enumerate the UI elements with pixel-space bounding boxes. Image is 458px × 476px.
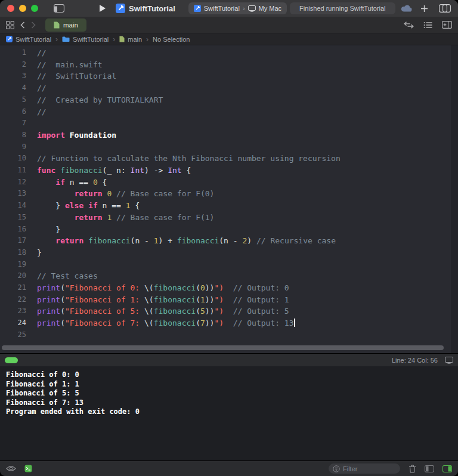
code-text: // bbox=[37, 82, 47, 94]
code-text: } bbox=[37, 224, 60, 236]
line-number[interactable]: 25 bbox=[0, 329, 26, 341]
breadcrumb-item-project[interactable]: SwiftTutorial bbox=[16, 36, 51, 43]
horizontal-scrollbar-thumb[interactable] bbox=[2, 345, 444, 350]
titlebar: SwiftTutorial SwiftTutorial › My Mac Fin… bbox=[0, 0, 458, 17]
breadcrumb-item-group[interactable]: SwiftTutorial bbox=[73, 36, 109, 43]
line-number[interactable]: 24 bbox=[0, 317, 26, 329]
code-line[interactable]: 3// SwiftTutorial bbox=[0, 70, 458, 82]
code-line[interactable]: 9 bbox=[0, 141, 458, 153]
console-output[interactable]: Fibonacci of 0: 0Fibonacci of 1: 1Fibona… bbox=[0, 366, 458, 460]
code-editor[interactable]: 1//2// main.swift3// SwiftTutorial4//5//… bbox=[0, 45, 458, 353]
navigator-toggle-icon[interactable] bbox=[54, 4, 64, 13]
activity-status[interactable]: Finished running SwiftTutorial bbox=[290, 2, 395, 14]
tab-label: main bbox=[63, 21, 78, 29]
window-title: SwiftTutorial bbox=[129, 4, 175, 13]
add-editor-icon[interactable] bbox=[442, 21, 452, 29]
line-number[interactable]: 20 bbox=[0, 270, 26, 282]
code-line[interactable]: 15 return 1 // Base case for F(1) bbox=[0, 212, 458, 224]
code-line[interactable]: 19 bbox=[0, 259, 458, 271]
run-success-indicator bbox=[5, 357, 18, 363]
tab-overview-icon[interactable] bbox=[6, 21, 14, 29]
tab-main[interactable]: main bbox=[45, 18, 86, 32]
filter-icon bbox=[333, 465, 340, 472]
code-line[interactable]: 7 bbox=[0, 118, 458, 129]
eye-icon[interactable] bbox=[6, 465, 16, 472]
line-number[interactable]: 19 bbox=[0, 259, 26, 271]
debug-console-icon[interactable] bbox=[24, 465, 32, 472]
monitor-icon bbox=[248, 5, 256, 12]
text-cursor bbox=[294, 319, 295, 327]
minimize-icon[interactable] bbox=[19, 5, 26, 12]
code-line[interactable]: 23print("Fibonacci of 5: \(fibonacci(5))… bbox=[0, 305, 458, 317]
console-pane-icon[interactable] bbox=[442, 465, 452, 472]
trash-icon[interactable] bbox=[409, 465, 416, 473]
run-button[interactable] bbox=[99, 4, 106, 13]
code-line[interactable]: 12 if n == 0 { bbox=[0, 177, 458, 188]
zoom-icon[interactable] bbox=[31, 5, 38, 12]
line-number[interactable]: 15 bbox=[0, 212, 26, 224]
code-line[interactable]: 8import Foundation bbox=[0, 129, 458, 141]
line-number[interactable]: 22 bbox=[0, 294, 26, 306]
code-text: func fibonacci(_ n: Int) -> Int { bbox=[37, 165, 191, 177]
line-number[interactable]: 8 bbox=[0, 129, 26, 141]
code-line[interactable]: 20// Test cases bbox=[0, 270, 458, 282]
code-line[interactable]: 10// Function to calculate the Nth Fibon… bbox=[0, 153, 458, 165]
code-line[interactable]: 24print("Fibonacci of 7: \(fibonacci(7))… bbox=[0, 317, 458, 329]
line-number[interactable]: 2 bbox=[0, 59, 26, 71]
breadcrumb-item-file[interactable]: main bbox=[128, 36, 142, 43]
line-number[interactable]: 12 bbox=[0, 177, 26, 188]
scheme-selector[interactable]: SwiftTutorial › My Mac bbox=[188, 2, 287, 14]
line-number[interactable]: 17 bbox=[0, 235, 26, 247]
line-number[interactable]: 18 bbox=[0, 247, 26, 259]
close-icon[interactable] bbox=[7, 5, 14, 12]
variables-pane-icon[interactable] bbox=[425, 465, 434, 472]
code-text: } bbox=[37, 247, 42, 259]
breadcrumb-item-selection[interactable]: No Selection bbox=[153, 36, 190, 43]
line-number[interactable]: 6 bbox=[0, 106, 26, 118]
code-line[interactable]: 18} bbox=[0, 247, 458, 259]
code-line[interactable]: 25 bbox=[0, 329, 458, 341]
line-number[interactable]: 16 bbox=[0, 224, 26, 236]
scheme-destination-label: My Mac bbox=[259, 5, 282, 12]
console-filter-field[interactable] bbox=[329, 463, 400, 474]
editor-options-icon[interactable] bbox=[423, 21, 432, 29]
console-toolbar bbox=[0, 460, 458, 476]
code-line[interactable]: 22print("Fibonacci of 1: \(fibonacci(1))… bbox=[0, 294, 458, 306]
line-number[interactable]: 3 bbox=[0, 70, 26, 82]
line-number[interactable]: 7 bbox=[0, 118, 26, 129]
line-number[interactable]: 1 bbox=[0, 47, 26, 59]
line-number[interactable]: 9 bbox=[0, 141, 26, 153]
code-line[interactable]: 4// bbox=[0, 82, 458, 94]
code-line[interactable]: 6// bbox=[0, 106, 458, 118]
line-number[interactable]: 11 bbox=[0, 165, 26, 177]
line-number[interactable]: 23 bbox=[0, 305, 26, 317]
back-chevron-icon[interactable] bbox=[20, 21, 25, 29]
code-line[interactable]: 11func fibonacci(_ n: Int) -> Int { bbox=[0, 165, 458, 177]
window-tabs-icon[interactable] bbox=[439, 4, 451, 13]
line-number[interactable]: 5 bbox=[0, 94, 26, 106]
vertical-scrollbar[interactable] bbox=[451, 45, 458, 353]
code-line[interactable]: 17 return fibonacci(n - 1) + fibonacci(n… bbox=[0, 235, 458, 247]
line-number[interactable]: 10 bbox=[0, 153, 26, 165]
line-number[interactable]: 14 bbox=[0, 200, 26, 212]
code-line[interactable]: 1// bbox=[0, 47, 458, 59]
display-icon[interactable] bbox=[445, 357, 453, 364]
code-line[interactable]: 16 } bbox=[0, 224, 458, 236]
filter-input[interactable] bbox=[343, 465, 396, 472]
code-line[interactable]: 2// main.swift bbox=[0, 59, 458, 71]
code-line[interactable]: 13 return 0 // Base case for F(0) bbox=[0, 188, 458, 200]
horizontal-scrollbar[interactable] bbox=[2, 345, 444, 350]
window-title-group: SwiftTutorial bbox=[116, 4, 175, 13]
code-review-icon[interactable] bbox=[404, 21, 414, 29]
code-line[interactable]: 21print("Fibonacci of 0: \(fibonacci(0))… bbox=[0, 282, 458, 294]
tabbar-right-actions bbox=[404, 21, 452, 29]
line-number[interactable]: 4 bbox=[0, 82, 26, 94]
line-number[interactable]: 21 bbox=[0, 282, 26, 294]
cloud-icon[interactable] bbox=[401, 5, 412, 12]
line-number[interactable]: 13 bbox=[0, 188, 26, 200]
code-text: import Foundation bbox=[37, 129, 116, 141]
code-line[interactable]: 14 } else if n == 1 { bbox=[0, 200, 458, 212]
code-line[interactable]: 5// Created by TUTORIALKART bbox=[0, 94, 458, 106]
forward-chevron-icon[interactable] bbox=[31, 21, 36, 29]
plus-icon[interactable] bbox=[420, 5, 428, 13]
